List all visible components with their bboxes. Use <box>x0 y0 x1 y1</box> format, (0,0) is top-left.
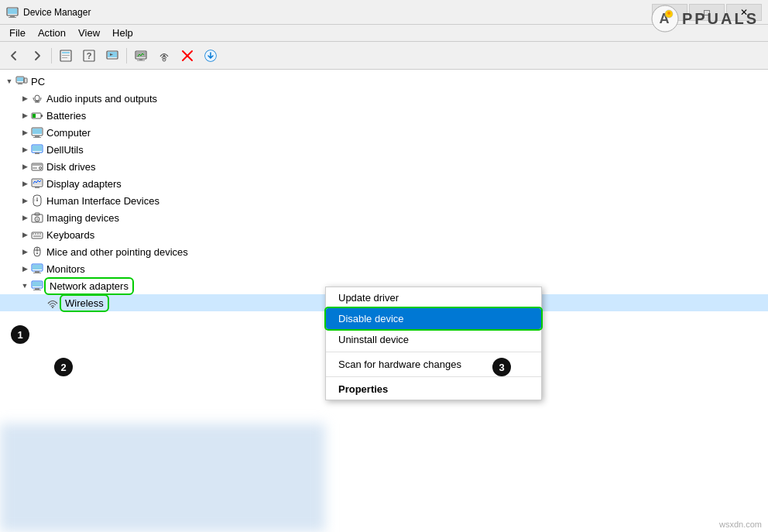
toolbar: ? <box>0 42 768 70</box>
svg-rect-25 <box>17 77 23 81</box>
tree-item-mice[interactable]: ▶ Mice and other pointing devices <box>0 243 768 260</box>
svg-rect-73 <box>33 282 42 287</box>
expand-displayadapters[interactable]: ▶ <box>19 177 31 190</box>
delete-button[interactable] <box>177 45 198 67</box>
download-button[interactable] <box>200 45 221 67</box>
title-bar-icon <box>6 6 19 19</box>
svg-rect-70 <box>35 271 39 273</box>
computer-icon <box>15 75 28 88</box>
expand-monitors[interactable]: ▶ <box>19 263 31 275</box>
ctx-sep-1 <box>326 352 541 352</box>
hid-icon <box>31 194 43 207</box>
mouse-icon <box>31 245 43 258</box>
forward-button[interactable] <box>26 45 48 67</box>
svg-rect-71 <box>33 273 41 273</box>
appuals-text: PPUALS <box>682 10 759 28</box>
step-3-circle: 3 <box>492 358 511 376</box>
hid-label: Human Interface Devices <box>46 195 159 207</box>
svg-point-45 <box>39 167 42 170</box>
svg-rect-44 <box>33 164 42 166</box>
svg-rect-29 <box>25 79 26 82</box>
svg-point-80 <box>667 12 670 15</box>
network-icon <box>31 280 43 292</box>
dellutils-icon <box>31 143 43 156</box>
svg-rect-7 <box>62 57 67 58</box>
svg-rect-69 <box>33 265 42 269</box>
audio-label: Audio inputs and outputs <box>46 93 157 105</box>
expand-batteries[interactable]: ▶ <box>19 109 31 122</box>
svg-rect-42 <box>35 153 39 154</box>
svg-rect-35 <box>33 114 36 118</box>
root-label: PC <box>31 76 45 88</box>
svg-rect-38 <box>35 136 39 137</box>
expand-diskdrives[interactable]: ▶ <box>19 160 31 173</box>
expand-imaging[interactable]: ▶ <box>19 211 31 224</box>
svg-rect-63 <box>33 235 41 237</box>
step-1-circle: 1 <box>11 325 29 344</box>
svg-rect-6 <box>62 55 70 56</box>
svg-point-76 <box>52 307 53 308</box>
tree-item-diskdrives[interactable]: ▶ Disk drives <box>0 158 768 175</box>
ctx-disable-device[interactable]: Disable device <box>326 308 541 329</box>
run-button[interactable] <box>101 45 123 67</box>
tree-item-batteries[interactable]: ▶ Batteries <box>0 107 768 124</box>
ctx-properties[interactable]: Properties <box>326 379 541 400</box>
tree-item-dellutils[interactable]: ▶ DellUtils <box>0 141 768 158</box>
expand-mice[interactable]: ▶ <box>19 245 31 258</box>
ctx-uninstall-device[interactable]: Uninstall device <box>326 329 541 350</box>
svg-rect-61 <box>37 233 39 235</box>
toolbar-sep-1 <box>51 48 52 63</box>
expand-network[interactable]: ▼ <box>19 280 31 292</box>
svg-rect-49 <box>35 187 39 188</box>
tree-root[interactable]: ▼ PC <box>0 73 768 90</box>
svg-point-52 <box>36 200 38 201</box>
step-2-circle: 2 <box>54 358 73 376</box>
keyboards-label: Keyboards <box>46 229 94 241</box>
menu-help[interactable]: Help <box>106 26 139 40</box>
tree-item-computer[interactable]: ▶ Computer <box>0 124 768 141</box>
svg-rect-74 <box>35 288 39 290</box>
dellutils-label: DellUtils <box>46 144 84 156</box>
monitors-label: Monitors <box>46 263 85 275</box>
svg-rect-37 <box>33 129 42 134</box>
svg-rect-59 <box>33 233 34 235</box>
expand-hid[interactable]: ▶ <box>19 194 31 207</box>
tree-item-imaging[interactable]: ▶ Imaging devices <box>0 209 768 226</box>
ctx-update-driver[interactable]: Update driver <box>326 287 541 308</box>
menu-file[interactable]: File <box>3 26 32 40</box>
properties-button[interactable] <box>55 45 77 67</box>
svg-rect-62 <box>39 233 41 235</box>
network-label: Network adapters <box>46 280 132 293</box>
menu-view[interactable]: View <box>72 26 106 40</box>
displayadapters-label: Display adapters <box>46 178 122 190</box>
expand-audio[interactable]: ▶ <box>19 92 31 105</box>
tree-item-displayadapters[interactable]: ▶ Display adapters <box>0 175 768 192</box>
expand-dellutils[interactable]: ▶ <box>19 143 31 156</box>
svg-text:?: ? <box>87 51 92 60</box>
monitor-button[interactable] <box>130 45 152 67</box>
toolbar-sep-2 <box>126 48 127 63</box>
computer-label: Computer <box>46 127 91 139</box>
tree-item-keyboards[interactable]: ▶ Keyboards <box>0 226 768 243</box>
svg-rect-3 <box>8 9 17 14</box>
tree-item-audio[interactable]: ▶ Audio inputs and outputs <box>0 90 768 107</box>
appuals-logo: A PPUALS <box>651 5 759 33</box>
expand-root[interactable]: ▼ <box>3 75 15 88</box>
mice-label: Mice and other pointing devices <box>46 246 188 258</box>
imaging-icon <box>31 211 43 224</box>
menu-action[interactable]: Action <box>32 26 72 40</box>
context-menu: Update driver Disable device Uninstall d… <box>325 287 542 400</box>
svg-rect-27 <box>18 84 22 84</box>
svg-rect-34 <box>41 115 43 117</box>
network-button[interactable] <box>153 45 175 67</box>
audio-icon <box>31 92 43 105</box>
help-button[interactable]: ? <box>78 45 100 67</box>
tree-item-hid[interactable]: ▶ Human Interface Devices <box>0 192 768 209</box>
tree-item-monitors[interactable]: ▶ Monitors <box>0 260 768 277</box>
blur-overlay <box>0 424 325 532</box>
expand-keyboards[interactable]: ▶ <box>19 228 31 241</box>
back-button[interactable] <box>3 45 25 67</box>
wireless-icon <box>46 297 59 309</box>
expand-computer[interactable]: ▶ <box>19 126 31 139</box>
batteries-label: Batteries <box>46 110 86 122</box>
